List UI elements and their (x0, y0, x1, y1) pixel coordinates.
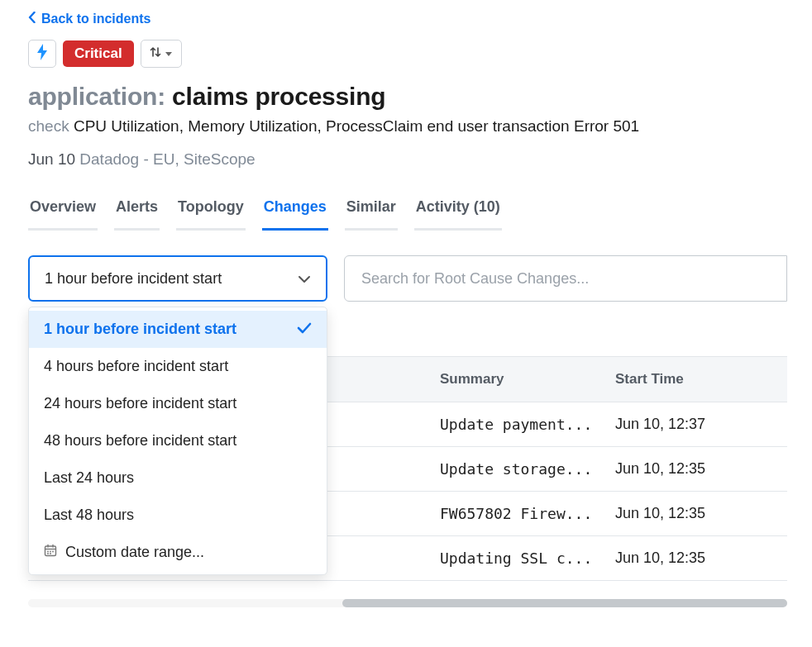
svg-point-4 (47, 551, 49, 553)
tab-bar: Overview Alerts Topology Changes Similar… (28, 192, 787, 231)
meta-date: Jun 10 (28, 150, 75, 168)
option-label: Last 48 hours (44, 507, 134, 524)
time-option-custom-range[interactable]: Custom date range... (29, 534, 327, 571)
back-to-incidents-link[interactable]: Back to incidents (28, 8, 150, 35)
row-time-cell: Jun 10, 12:35 (615, 505, 787, 522)
title-prefix: application: (28, 83, 165, 110)
chevron-left-icon (28, 12, 36, 26)
option-label: 4 hours before incident start (44, 358, 228, 375)
search-input[interactable] (360, 269, 771, 288)
sort-arrows-icon (150, 46, 161, 61)
row-summary-cell: Updating SSL c... (440, 549, 615, 567)
tab-similar[interactable]: Similar (345, 192, 398, 231)
option-label: Custom date range... (65, 544, 204, 561)
tab-overview[interactable]: Overview (28, 192, 98, 231)
tab-topology[interactable]: Topology (176, 192, 246, 231)
time-range-value: 1 hour before incident start (45, 270, 222, 288)
option-label: Last 24 hours (44, 469, 134, 487)
svg-point-7 (47, 553, 49, 554)
calendar-icon (44, 544, 57, 561)
time-option-last-48h[interactable]: Last 48 hours (29, 497, 327, 534)
row-summary-cell: Update storage... (440, 460, 615, 478)
horizontal-scrollbar[interactable] (28, 599, 787, 607)
time-range-select[interactable]: 1 hour before incident start (28, 255, 327, 302)
header-start-time: Start Time (615, 371, 787, 388)
incident-subtitle: check CPU Utilization, Memory Utilizatio… (28, 117, 787, 136)
back-link-label: Back to incidents (41, 12, 150, 26)
svg-point-5 (50, 551, 51, 553)
row-time-cell: Jun 10, 12:35 (615, 549, 787, 567)
svg-point-8 (50, 553, 51, 554)
time-option-4h-before[interactable]: 4 hours before incident start (29, 348, 327, 385)
row-summary-cell: FW657802 Firew... (440, 505, 615, 522)
meta-sources: Datadog - EU, SiteScope (79, 150, 255, 168)
sort-button[interactable] (141, 40, 182, 68)
chevron-down-icon (298, 270, 311, 288)
bolt-icon (36, 44, 49, 64)
title-name: claims processing (172, 83, 385, 110)
incident-type-button[interactable] (28, 40, 56, 68)
subtitle-text: CPU Utilization, Memory Utilization, Pro… (74, 117, 639, 135)
row-summary-cell: Update payment... (440, 416, 615, 433)
scrollbar-thumb[interactable] (342, 599, 787, 607)
row-time-cell: Jun 10, 12:35 (615, 460, 787, 478)
page-title: application: claims processing (28, 83, 787, 111)
option-label: 1 hour before incident start (44, 321, 236, 338)
time-option-24h-before[interactable]: 24 hours before incident start (29, 385, 327, 422)
time-range-dropdown: 1 hour before incident start 4 hours bef… (28, 307, 327, 575)
subtitle-prefix: check (28, 117, 69, 135)
header-summary: Summary (440, 371, 615, 388)
svg-point-6 (52, 551, 54, 553)
caret-down-icon (165, 46, 173, 61)
option-label: 24 hours before incident start (44, 395, 236, 412)
incident-meta: Jun 10 Datadog - EU, SiteScope (28, 150, 787, 169)
tab-alerts[interactable]: Alerts (114, 192, 160, 231)
option-label: 48 hours before incident start (44, 432, 236, 450)
tab-changes[interactable]: Changes (262, 192, 328, 231)
check-icon (297, 321, 312, 338)
time-option-1h-before[interactable]: 1 hour before incident start (29, 311, 327, 348)
time-option-last-24h[interactable]: Last 24 hours (29, 459, 327, 497)
row-time-cell: Jun 10, 12:37 (615, 416, 787, 433)
tab-activity[interactable]: Activity (10) (414, 192, 502, 231)
search-input-wrap[interactable] (344, 255, 787, 302)
time-option-48h-before[interactable]: 48 hours before incident start (29, 422, 327, 459)
priority-badge: Critical (63, 40, 134, 67)
